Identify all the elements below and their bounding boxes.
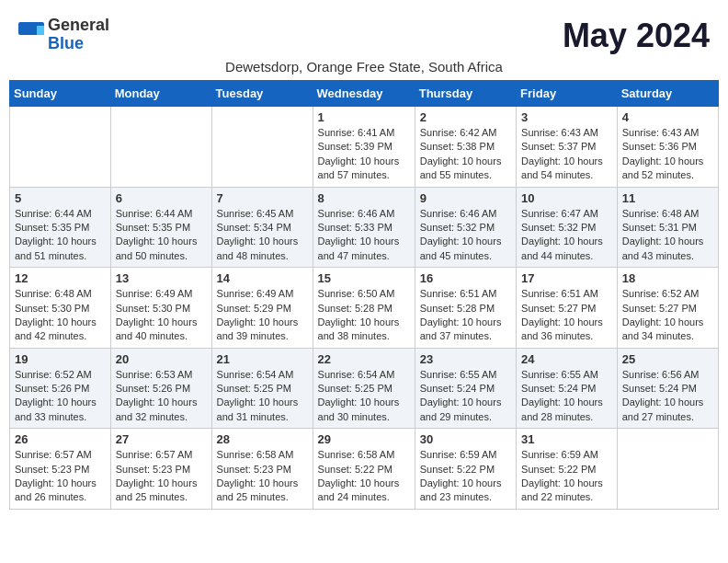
day-info: Sunrise: 6:49 AMSunset: 5:29 PMDaylight:… bbox=[217, 287, 308, 344]
day-number: 3 bbox=[521, 110, 612, 124]
calendar-cell: 20Sunrise: 6:53 AMSunset: 5:26 PMDayligh… bbox=[110, 348, 211, 429]
day-number: 8 bbox=[318, 191, 410, 205]
day-info: Sunrise: 6:58 AMSunset: 5:23 PMDaylight:… bbox=[217, 448, 308, 505]
weekday-header: Wednesday bbox=[313, 81, 415, 107]
day-info: Sunrise: 6:52 AMSunset: 5:26 PMDaylight:… bbox=[15, 368, 106, 425]
day-info: Sunrise: 6:55 AMSunset: 5:24 PMDaylight:… bbox=[420, 368, 511, 425]
calendar-cell: 2Sunrise: 6:42 AMSunset: 5:38 PMDaylight… bbox=[415, 107, 516, 188]
calendar-cell: 6Sunrise: 6:44 AMSunset: 5:35 PMDaylight… bbox=[110, 187, 211, 268]
day-info: Sunrise: 6:43 AMSunset: 5:36 PMDaylight:… bbox=[622, 126, 713, 183]
logo-text-blue: Blue bbox=[48, 34, 84, 52]
calendar-subtitle: Dewetsdorp, Orange Free State, South Afr… bbox=[9, 59, 719, 75]
calendar-cell: 27Sunrise: 6:57 AMSunset: 5:23 PMDayligh… bbox=[110, 429, 211, 510]
calendar-cell: 4Sunrise: 6:43 AMSunset: 5:36 PMDaylight… bbox=[617, 107, 718, 188]
day-number: 12 bbox=[15, 271, 106, 285]
weekday-header: Monday bbox=[110, 81, 211, 107]
day-info: Sunrise: 6:52 AMSunset: 5:27 PMDaylight:… bbox=[622, 287, 713, 344]
weekday-header: Friday bbox=[517, 81, 618, 107]
calendar-cell: 16Sunrise: 6:51 AMSunset: 5:28 PMDayligh… bbox=[415, 268, 516, 349]
svg-marker-2 bbox=[37, 26, 44, 35]
calendar-cell: 3Sunrise: 6:43 AMSunset: 5:37 PMDaylight… bbox=[517, 107, 618, 188]
day-number: 6 bbox=[116, 191, 207, 205]
day-number: 18 bbox=[622, 271, 713, 285]
day-info: Sunrise: 6:48 AMSunset: 5:30 PMDaylight:… bbox=[15, 287, 106, 344]
calendar-cell: 12Sunrise: 6:48 AMSunset: 5:30 PMDayligh… bbox=[10, 268, 111, 349]
calendar-cell: 29Sunrise: 6:58 AMSunset: 5:22 PMDayligh… bbox=[313, 429, 415, 510]
day-number: 7 bbox=[217, 191, 308, 205]
calendar-cell: 18Sunrise: 6:52 AMSunset: 5:27 PMDayligh… bbox=[617, 268, 718, 349]
calendar-cell: 8Sunrise: 6:46 AMSunset: 5:33 PMDaylight… bbox=[313, 187, 415, 268]
day-info: Sunrise: 6:50 AMSunset: 5:28 PMDaylight:… bbox=[318, 287, 410, 344]
day-info: Sunrise: 6:59 AMSunset: 5:22 PMDaylight:… bbox=[420, 448, 511, 505]
logo-icon bbox=[18, 22, 44, 48]
day-number: 1 bbox=[318, 110, 410, 124]
calendar-cell: 17Sunrise: 6:51 AMSunset: 5:27 PMDayligh… bbox=[517, 268, 618, 349]
day-info: Sunrise: 6:49 AMSunset: 5:30 PMDaylight:… bbox=[116, 287, 207, 344]
day-number: 22 bbox=[318, 352, 410, 366]
logo-text-general: General bbox=[48, 17, 109, 35]
day-info: Sunrise: 6:42 AMSunset: 5:38 PMDaylight:… bbox=[420, 126, 511, 183]
day-number: 11 bbox=[622, 191, 713, 205]
day-number: 4 bbox=[622, 110, 713, 124]
calendar-week-row: 19Sunrise: 6:52 AMSunset: 5:26 PMDayligh… bbox=[10, 348, 719, 429]
calendar-cell: 11Sunrise: 6:48 AMSunset: 5:31 PMDayligh… bbox=[617, 187, 718, 268]
calendar-cell: 10Sunrise: 6:47 AMSunset: 5:32 PMDayligh… bbox=[517, 187, 618, 268]
day-number: 27 bbox=[116, 432, 207, 446]
calendar-cell: 26Sunrise: 6:57 AMSunset: 5:23 PMDayligh… bbox=[10, 429, 111, 510]
calendar-cell: 7Sunrise: 6:45 AMSunset: 5:34 PMDaylight… bbox=[211, 187, 313, 268]
day-info: Sunrise: 6:57 AMSunset: 5:23 PMDaylight:… bbox=[15, 448, 106, 505]
day-number: 28 bbox=[217, 432, 308, 446]
calendar-cell bbox=[110, 107, 211, 188]
calendar-cell: 31Sunrise: 6:59 AMSunset: 5:22 PMDayligh… bbox=[517, 429, 618, 510]
calendar-week-row: 26Sunrise: 6:57 AMSunset: 5:23 PMDayligh… bbox=[10, 429, 719, 510]
day-info: Sunrise: 6:54 AMSunset: 5:25 PMDaylight:… bbox=[217, 368, 308, 425]
day-info: Sunrise: 6:46 AMSunset: 5:32 PMDaylight:… bbox=[420, 207, 511, 264]
calendar-cell: 25Sunrise: 6:56 AMSunset: 5:24 PMDayligh… bbox=[617, 348, 718, 429]
day-info: Sunrise: 6:58 AMSunset: 5:22 PMDaylight:… bbox=[318, 448, 410, 505]
weekday-header: Tuesday bbox=[211, 81, 313, 107]
calendar-cell: 23Sunrise: 6:55 AMSunset: 5:24 PMDayligh… bbox=[415, 348, 516, 429]
day-info: Sunrise: 6:43 AMSunset: 5:37 PMDaylight:… bbox=[521, 126, 612, 183]
day-info: Sunrise: 6:55 AMSunset: 5:24 PMDaylight:… bbox=[521, 368, 612, 425]
calendar-cell bbox=[211, 107, 313, 188]
day-info: Sunrise: 6:51 AMSunset: 5:27 PMDaylight:… bbox=[521, 287, 612, 344]
calendar-cell: 13Sunrise: 6:49 AMSunset: 5:30 PMDayligh… bbox=[110, 268, 211, 349]
day-number: 31 bbox=[521, 432, 612, 446]
day-number: 13 bbox=[116, 271, 207, 285]
day-info: Sunrise: 6:57 AMSunset: 5:23 PMDaylight:… bbox=[116, 448, 207, 505]
day-number: 2 bbox=[420, 110, 511, 124]
day-number: 15 bbox=[318, 271, 410, 285]
page-header: General Blue May 2024 bbox=[9, 9, 719, 59]
calendar-cell: 14Sunrise: 6:49 AMSunset: 5:29 PMDayligh… bbox=[211, 268, 313, 349]
day-number: 14 bbox=[217, 271, 308, 285]
calendar-week-row: 12Sunrise: 6:48 AMSunset: 5:30 PMDayligh… bbox=[10, 268, 719, 349]
day-info: Sunrise: 6:54 AMSunset: 5:25 PMDaylight:… bbox=[318, 368, 410, 425]
day-number: 21 bbox=[217, 352, 308, 366]
day-number: 9 bbox=[420, 191, 511, 205]
calendar-header-row: SundayMondayTuesdayWednesdayThursdayFrid… bbox=[10, 81, 719, 107]
day-number: 17 bbox=[521, 271, 612, 285]
calendar-cell bbox=[10, 107, 111, 188]
day-number: 29 bbox=[318, 432, 410, 446]
calendar-cell: 9Sunrise: 6:46 AMSunset: 5:32 PMDaylight… bbox=[415, 187, 516, 268]
day-info: Sunrise: 6:56 AMSunset: 5:24 PMDaylight:… bbox=[622, 368, 713, 425]
calendar-cell: 15Sunrise: 6:50 AMSunset: 5:28 PMDayligh… bbox=[313, 268, 415, 349]
calendar-cell: 28Sunrise: 6:58 AMSunset: 5:23 PMDayligh… bbox=[211, 429, 313, 510]
day-number: 24 bbox=[521, 352, 612, 366]
day-info: Sunrise: 6:51 AMSunset: 5:28 PMDaylight:… bbox=[420, 287, 511, 344]
day-number: 19 bbox=[15, 352, 106, 366]
weekday-header: Thursday bbox=[415, 81, 516, 107]
day-info: Sunrise: 6:48 AMSunset: 5:31 PMDaylight:… bbox=[622, 207, 713, 264]
calendar-cell: 24Sunrise: 6:55 AMSunset: 5:24 PMDayligh… bbox=[517, 348, 618, 429]
day-number: 20 bbox=[116, 352, 207, 366]
calendar-cell: 5Sunrise: 6:44 AMSunset: 5:35 PMDaylight… bbox=[10, 187, 111, 268]
calendar-cell: 19Sunrise: 6:52 AMSunset: 5:26 PMDayligh… bbox=[10, 348, 111, 429]
calendar-table: SundayMondayTuesdayWednesdayThursdayFrid… bbox=[9, 80, 719, 510]
day-info: Sunrise: 6:59 AMSunset: 5:22 PMDaylight:… bbox=[521, 448, 612, 505]
day-info: Sunrise: 6:41 AMSunset: 5:39 PMDaylight:… bbox=[318, 126, 410, 183]
weekday-header: Saturday bbox=[617, 81, 718, 107]
logo: General Blue bbox=[18, 17, 112, 53]
day-info: Sunrise: 6:53 AMSunset: 5:26 PMDaylight:… bbox=[116, 368, 207, 425]
day-number: 26 bbox=[15, 432, 106, 446]
day-number: 30 bbox=[420, 432, 511, 446]
